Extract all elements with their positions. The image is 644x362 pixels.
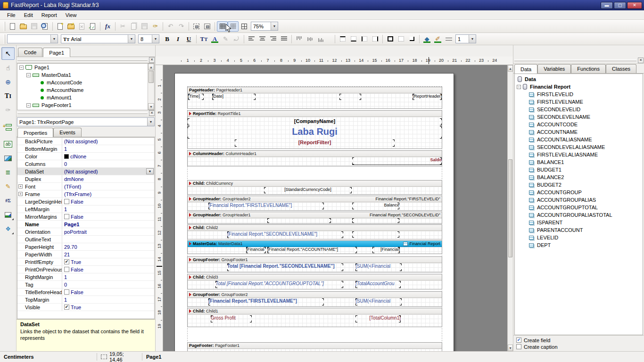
new-report-button[interactable] [7, 21, 18, 32]
band-header[interactable]: PageHeader: PageHeader1 [188, 87, 442, 93]
draw-object-button[interactable]: ✎ [1, 180, 15, 193]
scrollbar-thumb[interactable] [508, 159, 512, 257]
band-content[interactable]: Gross Profit[TotalColumn1] [188, 314, 442, 327]
frame-right-button[interactable] [370, 34, 380, 44]
fit-to-grid-button[interactable] [239, 21, 249, 32]
report-object[interactable]: [Financial Report."SECONDLEVELNAME"] [227, 231, 343, 238]
highlight-button[interactable]: ✎ [220, 34, 231, 44]
canvas-scrollbar[interactable]: ▲ ▼ [507, 65, 513, 351]
undo-button[interactable]: ↶ [165, 21, 176, 32]
band-masterdata1[interactable]: MasterData: MasterData1Financial Report[… [187, 240, 442, 254]
property-checkbox[interactable] [64, 199, 69, 204]
property-value[interactable]: False [62, 288, 154, 296]
close-icon[interactable]: ✕ [638, 58, 644, 63]
data-field-budget2[interactable]: BUDGET2 [515, 181, 643, 189]
property-row-largedesignheight[interactable]: LargeDesignHeightFalse [17, 198, 154, 206]
report-object[interactable]: [TotalColumn1] [355, 315, 401, 322]
frame-bottom-button[interactable] [348, 34, 359, 44]
tab-classes[interactable]: Classes [606, 64, 636, 73]
italic-button[interactable]: I [173, 34, 183, 44]
property-row-bottommargin[interactable]: BottomMargin1 [17, 145, 154, 153]
report-object[interactable]: [ReportFilter] [235, 140, 395, 147]
band-content[interactable] [188, 218, 442, 223]
align-top-button[interactable] [294, 34, 305, 44]
property-value[interactable]: (TFont) [62, 183, 154, 190]
property-row-tag[interactable]: Tag0 [17, 281, 154, 288]
property-checkbox[interactable] [64, 214, 69, 219]
scroll-up-icon[interactable]: ▲ [508, 65, 513, 72]
property-value[interactable]: clNone [62, 153, 154, 160]
band-header[interactable]: Child: Child1 [188, 308, 442, 314]
band-groupfooter1[interactable]: GroupFooter: GroupFooter1Total [Financia… [187, 256, 442, 272]
report-object[interactable] [267, 218, 331, 223]
property-row-columns[interactable]: Columns0 [17, 160, 154, 168]
fill-color-button[interactable]: ◆ [421, 34, 432, 44]
expand-icon[interactable]: + [18, 192, 23, 196]
menu-item-edit[interactable]: Edit [20, 11, 37, 19]
expand-icon[interactable]: + [18, 184, 23, 189]
property-value[interactable]: ✔True [62, 258, 154, 265]
panel-grip[interactable] [17, 112, 148, 114]
band-content[interactable]: [CompanyName]Laba Rugi[ReportFilter] [188, 117, 442, 148]
delete-page-button[interactable] [76, 21, 87, 32]
report-object[interactable] [352, 231, 399, 238]
frame-edit-button[interactable] [406, 34, 417, 44]
data-field-accountname[interactable]: ACCOUNTNAME [515, 128, 643, 136]
property-value[interactable]: 1 [62, 206, 154, 213]
frame-top-button[interactable] [337, 34, 348, 44]
format-painter-button[interactable]: ✑ [150, 21, 161, 32]
data-field-accountgroupaliastotal[interactable]: ACCOUNTGROUPALIASTOTAL [515, 211, 643, 219]
chevron-down-icon[interactable]: ▼ [147, 118, 154, 126]
band-header[interactable]: GroupHeader: GroupHeader2Financial Repor… [188, 196, 442, 202]
create-caption-checkbox[interactable] [516, 344, 521, 349]
band-content[interactable]: [Financial Report."FIRSTLEVELNAME"]Balan… [188, 202, 442, 210]
property-value[interactable]: Page1 [62, 221, 154, 228]
underline-button[interactable]: U [183, 34, 194, 44]
report-object[interactable]: [Financial Report."FIRSTLEVELNAME"] [208, 203, 324, 209]
align-justify-button[interactable] [279, 34, 289, 44]
data-field-balance1[interactable]: BALANCE1 [515, 158, 643, 166]
more-objects-button[interactable]: ❖ [1, 222, 15, 235]
chevron-down-icon[interactable]: ▼ [152, 35, 159, 43]
picture-object-button[interactable] [1, 152, 15, 165]
band-content[interactable]: [Financial Report."FIRSTLEVELNAME"][SUM(… [188, 298, 442, 306]
property-row-duplex[interactable]: DuplexdmNone [17, 175, 154, 183]
property-value[interactable] [62, 236, 154, 243]
font-combobox[interactable]: TT Arial ▼ [61, 34, 135, 43]
band-pageheader1[interactable]: PageHeader: PageHeader1[Time][Date][Repo… [187, 87, 442, 109]
property-value[interactable]: 0 [62, 160, 154, 167]
style-combobox[interactable]: ▼ [7, 34, 58, 43]
copy-button[interactable] [128, 21, 139, 32]
report-object[interactable]: [CompanyName] [188, 118, 442, 125]
band-header[interactable]: GroupFooter: GroupFooter2 [188, 292, 442, 298]
align-center-button[interactable] [257, 34, 268, 44]
report-object[interactable]: Laba Rugi [188, 126, 442, 139]
property-row-rightmargin[interactable]: RightMargin1 [17, 273, 154, 281]
text-rotation-button[interactable]: ⤾ [231, 34, 242, 44]
report-object[interactable]: [Time] [188, 94, 204, 100]
chevron-down-icon[interactable]: ▼ [469, 35, 476, 43]
band-content[interactable]: Total [Financial Report."SECONDLEVELNAME… [188, 263, 442, 272]
band-header[interactable]: ReportTitle: ReportTitle1 [188, 111, 442, 117]
report-object[interactable]: [SUM(<Financial [355, 263, 402, 271]
band-child1[interactable]: Child: Child1Gross Profit[TotalColumn1] [187, 308, 442, 327]
band-pagefooter1[interactable]: PageFooter: PageFooter1 [187, 342, 442, 351]
band-columnheader1[interactable]: ColumnHeader: ColumnHeader1Saldo [187, 150, 442, 166]
band-header[interactable]: MasterData: MasterData1Financial Report [188, 241, 442, 247]
report-object[interactable]: [TotalAccountGrou [355, 281, 401, 288]
property-row-topmargin[interactable]: TopMargin1 [17, 296, 154, 304]
band-reporttitle1[interactable]: ReportTitle: ReportTitle1[CompanyName]La… [187, 110, 442, 149]
group-button[interactable] [191, 21, 202, 32]
report-tree-item-mamount1[interactable]: mAmount1 [17, 94, 154, 101]
band-content[interactable] [188, 349, 442, 351]
chevron-down-icon[interactable]: ▼ [271, 22, 278, 30]
property-value[interactable]: poPortrait [62, 228, 154, 235]
property-checkbox[interactable] [64, 289, 69, 295]
tab-code[interactable]: Code [18, 48, 42, 57]
property-row-mirrormargins[interactable]: MirrorMarginsFalse [17, 213, 154, 221]
band-groupheader1[interactable]: GroupHeader: GroupHeader1Financial Repor… [187, 212, 442, 224]
subreport-object-button[interactable]: ≣ [1, 166, 15, 179]
data-field-accountgroupalias[interactable]: ACCOUNTGROUPALIAS [515, 196, 643, 204]
data-field-levelid[interactable]: LEVELID [515, 234, 643, 241]
close-icon[interactable]: ✕ [149, 57, 155, 63]
